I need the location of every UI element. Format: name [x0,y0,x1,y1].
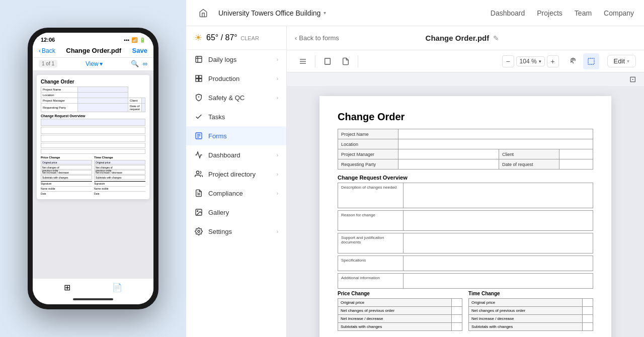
sidebar-label-dashboard: Dashboard [208,151,240,159]
svg-rect-3 [196,75,198,78]
chevron-icon: › [277,57,278,62]
view-button[interactable]: View ▾ [86,60,103,67]
toolbar-divider [315,55,315,67]
sidebar-item-compliance[interactable]: Compliance › [186,184,286,203]
table-cell-value [398,159,499,170]
sidebar-label-project-directory: Project directory [208,171,256,178]
sidebar-label-gallery: Gallery [208,209,229,216]
back-button[interactable]: ‹ Back [39,47,55,54]
svg-point-18 [198,230,200,232]
time-change-title: Time Change [468,291,593,296]
doc-field-specifications: Specifications [338,256,593,271]
nav-link-dashboard[interactable]: Dashboard [491,7,525,19]
table-cell-value [559,149,593,159]
time-change-col: Time Change Original price Net changes o… [94,156,145,180]
edit-filename-icon[interactable]: ✎ [493,34,499,42]
home-button[interactable] [196,6,210,20]
sidebar-label-safety-qc: Safety & QC [208,94,245,102]
sidebar-item-daily-logs[interactable]: Daily logs › [186,50,286,69]
back-to-forms-button[interactable]: ‹ Back to forms [295,34,339,42]
table-row [451,307,462,315]
chevron-down-icon: ▾ [627,58,629,64]
share-icon[interactable]: ∞ [143,60,147,67]
nav-link-team[interactable]: Team [575,7,592,19]
pdf-filename: Change Order.pdf [426,34,490,42]
phone-bottom-bar: ⊞ 📄 [33,278,153,294]
top-navigation: University Towers Office Building ▾ Dash… [186,0,644,26]
zoom-out-button[interactable]: − [502,55,514,67]
nav-link-projects[interactable]: Projects [537,7,562,19]
table-row [451,315,462,323]
zoom-level[interactable]: 104 % ▾ [516,56,545,66]
weather-info: 65° / 87° CLEAR [206,33,259,42]
pdf-title-area: Change Order.pdf ✎ [345,34,580,42]
phone-mockup: 12:06 ▪▪▪ 📶 🔋 ‹ Back Change Order.pdf Sa… [0,0,186,337]
project-name: University Towers Office Building [218,9,320,17]
table-row [582,307,593,315]
table-cell-label: Date of request [499,159,559,170]
phone-doc-heading: Change Order [41,79,145,85]
save-button[interactable]: Save [132,47,147,54]
wifi-icon: 📶 [131,37,137,43]
weather-icon: ☀ [194,32,202,43]
forms-icon [194,131,203,140]
hamburger-menu-button[interactable] [295,53,311,69]
doc-icon[interactable]: 📄 [112,283,122,292]
edit-dropdown-button[interactable]: Edit ▾ [607,55,636,67]
sidebar-item-dashboard[interactable]: Dashboard › [186,145,286,164]
doc-info-table: Project Name Location Project Manager Cl… [338,129,593,170]
sidebar-label-daily-logs: Daily logs [208,56,236,63]
table-row: Original price [338,299,452,307]
table-row [582,299,593,307]
svg-rect-0 [196,56,202,62]
price-change-section: Price Change Original price Net changes … [338,291,462,331]
table-cell-label: Requesting Party [338,159,398,170]
grid-icon[interactable]: ⊞ [64,283,70,292]
page-number: 1 of 1 [39,60,57,67]
document-view-button[interactable] [338,53,354,69]
main-app: University Towers Office Building ▾ Dash… [186,0,644,337]
sidebar-item-forms[interactable]: Forms [186,126,286,145]
chevron-left-icon: ‹ [39,47,41,54]
tasks-icon [194,112,203,121]
nav-link-company[interactable]: Company [604,7,634,19]
chevron-down-icon: ▾ [324,10,326,16]
search-icon[interactable]: 🔍 [131,60,139,67]
svg-rect-23 [588,58,594,64]
single-page-view-button[interactable] [319,53,336,69]
crop-icon[interactable]: ⊡ [629,74,636,84]
phone-device: 12:06 ▪▪▪ 📶 🔋 ‹ Back Change Order.pdf Sa… [28,28,158,309]
sidebar: ☀ 65° / 87° CLEAR Daily logs › [186,26,287,337]
doc-field-description: Description of changes needed [338,183,593,208]
pdf-page: Change Order Project Name Location Proje [319,96,611,337]
phone-status-bar: 12:06 ▪▪▪ 📶 🔋 [33,33,153,45]
sidebar-item-gallery[interactable]: Gallery [186,203,286,222]
table-row [582,315,593,323]
chevron-left-icon: ‹ [295,34,297,42]
zoom-in-button[interactable]: + [547,55,559,67]
weather-temperature: 65° / 87° [206,33,237,42]
doc-price-time-section: Price Change Original price Net changes … [338,291,593,331]
table-cell-value [559,159,593,170]
time-change-table: Original price Net changes of previous o… [468,298,593,331]
top-nav-links: Dashboard Projects Team Company [491,7,634,19]
sidebar-label-tasks: Tasks [208,113,225,121]
pdf-header: ‹ Back to forms Change Order.pdf ✎ [287,26,644,50]
sidebar-item-safety-qc[interactable]: Safety & QC › [186,88,286,107]
project-selector[interactable]: University Towers Office Building ▾ [218,9,326,17]
phone-doc-title: Change Order.pdf [66,47,121,54]
phone-signature-row: Signature Signature [41,181,145,185]
table-row [451,323,462,331]
sidebar-item-project-directory[interactable]: Project directory › [186,164,286,184]
sidebar-item-production[interactable]: Production › [186,69,286,88]
sidebar-item-settings[interactable]: Settings › [186,222,286,241]
price-change-table: Original price Net changes of previous o… [338,298,462,331]
table-cell-label: Location [338,139,398,149]
table-row [582,323,593,331]
selection-tool-button[interactable] [583,53,599,69]
phone-time: 12:06 [41,37,55,43]
doc-field-additional: Additional information [338,273,593,289]
sidebar-item-tasks[interactable]: Tasks [186,107,286,126]
sidebar-label-production: Production [208,75,239,82]
hand-tool-button[interactable] [565,53,581,69]
